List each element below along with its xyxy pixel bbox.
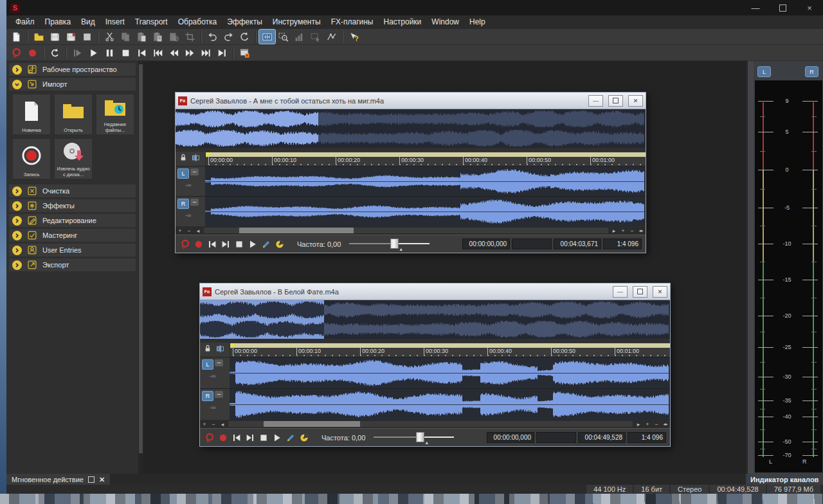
document-titlebar[interactable]: FoСергей Завьялов - А мне с тобой остать… xyxy=(176,93,646,109)
fit-width-button[interactable]: ◂▸ xyxy=(637,226,646,235)
channel-l-button[interactable]: L xyxy=(202,359,213,370)
scrub-button[interactable] xyxy=(298,431,311,444)
channel-waveform-canvas[interactable] xyxy=(205,166,644,196)
close-button[interactable]: × xyxy=(796,0,823,15)
menu-transport[interactable]: Transport xyxy=(130,15,173,29)
record-remote-button[interactable] xyxy=(179,238,192,251)
skip-forward-button[interactable] xyxy=(198,46,214,60)
menu-инструменты[interactable]: Инструменты xyxy=(267,15,326,29)
scroll-left-button[interactable]: ◂ xyxy=(218,420,227,428)
channel-minimize-button[interactable]: – xyxy=(190,199,199,206)
lock-icon[interactable] xyxy=(203,344,212,356)
menu-window[interactable]: Window xyxy=(426,15,464,29)
loop-region-bar[interactable] xyxy=(206,152,646,157)
channel-waveform-canvas[interactable] xyxy=(230,357,669,388)
time-ruler[interactable]: 00:00:0000:00:1000:00:2000:00:3000:00:40… xyxy=(205,152,646,166)
document-window-2[interactable]: FoСергей Завьялов - В Белой Фате.m4a—✕00… xyxy=(199,283,671,447)
sidebar-section-workspace[interactable]: Рабочее пространство xyxy=(9,63,136,76)
record-button[interactable] xyxy=(24,46,41,60)
pause-button[interactable] xyxy=(102,46,118,60)
channel-minimize-button[interactable]: – xyxy=(215,391,223,398)
lock-icon[interactable] xyxy=(179,153,188,165)
pencil-edit-button[interactable] xyxy=(284,431,297,444)
loop-region-bar[interactable] xyxy=(230,343,670,348)
channel-r-button[interactable]: R xyxy=(202,391,213,401)
maximize-button[interactable] xyxy=(769,0,796,15)
meter-panel-scrollbar[interactable] xyxy=(746,61,754,474)
channel-l-button[interactable]: L xyxy=(177,168,189,179)
record-remote-button[interactable] xyxy=(8,46,24,60)
menu-настройки[interactable]: Настройки xyxy=(378,15,426,29)
channel-waveform[interactable] xyxy=(230,389,670,420)
channel-minimize-button[interactable]: – xyxy=(190,168,199,176)
sidebar-section-cleanup[interactable]: Очистка xyxy=(9,184,136,197)
record-button[interactable] xyxy=(192,238,205,251)
zoom-in-button[interactable]: + xyxy=(200,420,209,428)
paste-to-new-button[interactable] xyxy=(166,30,182,44)
sidebar-section-import[interactable]: Импорт xyxy=(9,78,136,91)
slider-thumb[interactable] xyxy=(390,239,399,249)
magnify-tool-button[interactable] xyxy=(275,30,291,44)
repeat-button[interactable] xyxy=(237,30,253,44)
scroll-right-button[interactable]: ▸ xyxy=(634,420,643,428)
menu-эффекты[interactable]: Эффекты xyxy=(222,15,267,29)
zoom-out-button[interactable]: − xyxy=(209,420,218,428)
channel-waveform-canvas[interactable] xyxy=(205,197,644,226)
zoom-out-button[interactable]: − xyxy=(185,226,194,235)
channel-waveform[interactable] xyxy=(205,166,646,196)
new-file-button[interactable] xyxy=(8,30,24,44)
ibeam-select-icon[interactable] xyxy=(191,153,201,165)
menu-обработка[interactable]: Обработка xyxy=(173,15,222,29)
menu-fx-плагины[interactable]: FX-плагины xyxy=(326,15,379,29)
menu-help[interactable]: Help xyxy=(464,15,491,29)
sidebar-scrollbar-thumb[interactable] xyxy=(139,64,143,453)
open-file-button[interactable] xyxy=(31,30,47,44)
fast-forward-button[interactable] xyxy=(182,46,198,60)
frequency-slider[interactable]: ▲ xyxy=(374,431,454,445)
overview-waveform[interactable] xyxy=(200,300,670,339)
pencil-edit-button[interactable] xyxy=(260,238,273,251)
overview-waveform-canvas[interactable] xyxy=(176,109,644,148)
zoom-in-2-button[interactable]: + xyxy=(619,226,628,235)
scrollbar-track[interactable] xyxy=(228,421,633,427)
sidebar-section-editing[interactable]: Редактирование xyxy=(9,214,136,227)
channel-waveform[interactable] xyxy=(205,197,646,226)
sidebar-section-user[interactable]: User Entries xyxy=(9,244,136,256)
help-select-button[interactable]: ? xyxy=(346,30,362,44)
frequency-slider[interactable]: ▲ xyxy=(349,237,430,251)
scroll-left-button[interactable]: ◂ xyxy=(194,226,203,235)
quick-action-tab[interactable]: Мгновенное действие ✕ xyxy=(6,474,110,485)
go-to-start-button[interactable] xyxy=(134,46,150,60)
zoom-out-2-button[interactable]: − xyxy=(652,420,661,428)
skip-back-button[interactable] xyxy=(150,46,166,60)
sidebar-section-effects[interactable]: Эффекты xyxy=(9,199,136,212)
undock-icon[interactable] xyxy=(88,476,95,483)
document-titlebar[interactable]: FoСергей Завьялов - В Белой Фате.m4a—✕ xyxy=(200,284,670,300)
paste-special-button[interactable] xyxy=(150,30,166,44)
script-window-button[interactable] xyxy=(237,46,253,60)
channel-waveform[interactable] xyxy=(230,357,670,388)
sidebar-scrollbar[interactable] xyxy=(138,61,143,474)
zoom-out-2-button[interactable]: − xyxy=(628,226,637,235)
doc-close-button[interactable]: ✕ xyxy=(653,286,667,298)
redo-button[interactable] xyxy=(221,30,237,44)
doc-close-button[interactable]: ✕ xyxy=(628,95,643,107)
selection-tool-button[interactable] xyxy=(307,30,323,44)
tile-запись[interactable]: Запись xyxy=(13,139,50,179)
go-to-start-button[interactable] xyxy=(206,238,219,251)
zoom-in-button[interactable]: + xyxy=(176,226,185,235)
go-to-start-button[interactable] xyxy=(230,431,243,444)
time-ruler[interactable]: 00:00:0000:00:1000:00:2000:00:3000:00:40… xyxy=(230,343,670,357)
menu-insert[interactable]: Insert xyxy=(100,15,130,29)
tile-извлечь-аудио-с-диска-[interactable]: Извлечь аудио с диска... xyxy=(55,139,92,179)
scrollbar-thumb[interactable] xyxy=(239,228,354,233)
doc-restore-button[interactable] xyxy=(608,95,623,107)
go-to-end-button[interactable] xyxy=(244,431,257,444)
menu-правка[interactable]: Правка xyxy=(40,15,77,29)
loop-playback-button[interactable] xyxy=(47,46,63,60)
meter-left-channel-button[interactable]: L xyxy=(757,66,771,77)
edit-tool-button[interactable] xyxy=(259,30,275,44)
play-button[interactable] xyxy=(86,46,102,60)
tile-открыть[interactable]: Открыть xyxy=(55,94,92,134)
save-as-button[interactable] xyxy=(63,30,79,44)
